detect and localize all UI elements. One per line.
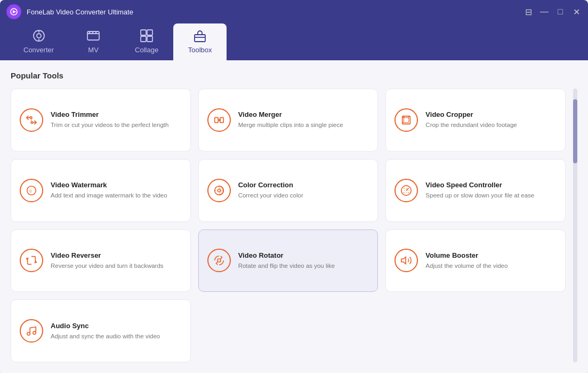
tab-collage-label: Collage [135, 46, 158, 54]
video-cropper-name: Video Cropper [425, 110, 557, 118]
video-cropper-desc: Crop the redundant video footage [425, 121, 557, 129]
video-merger-info: Video Merger Merge multiple clips into a… [238, 110, 369, 129]
video-watermark-desc: Add text and image watermark to the vide… [51, 191, 182, 200]
tools-grid: Video Trimmer Trim or cut your videos to… [11, 89, 570, 362]
svg-rect-14 [147, 36, 152, 42]
tool-video-speed-controller[interactable]: Video Speed Controller Speed up or slow … [385, 159, 566, 222]
tab-converter[interactable]: Converter [11, 23, 67, 60]
svg-point-38 [33, 331, 36, 335]
video-merger-name: Video Merger [238, 110, 369, 118]
nav-tabs: Converter MV Collage [0, 23, 588, 60]
video-reverser-name: Video Reverser [51, 251, 182, 259]
svg-rect-23 [404, 117, 409, 122]
tool-video-reverser[interactable]: Video Reverser Reverse your video and tu… [11, 229, 191, 292]
app-title: FoneLab Video Converter Ultimate [27, 8, 523, 16]
tool-color-correction[interactable]: Color Correction Correct your video colo… [198, 159, 378, 222]
video-cropper-info: Video Cropper Crop the redundant video f… [425, 110, 557, 129]
volume-booster-name: Volume Booster [425, 251, 557, 259]
svg-text:©: © [29, 188, 32, 193]
window-controls: ⊟ — □ ✕ [523, 6, 582, 17]
video-trimmer-icon [20, 108, 43, 132]
video-reverser-icon [20, 249, 43, 272]
video-trimmer-desc: Trim or cut your videos to the perfect l… [51, 121, 182, 129]
video-speed-controller-name: Video Speed Controller [425, 181, 557, 189]
svg-point-3 [37, 34, 41, 38]
video-speed-controller-info: Video Speed Controller Speed up or slow … [425, 181, 557, 200]
video-speed-controller-desc: Speed up or slow down your file at ease [425, 191, 557, 200]
tab-converter-label: Converter [23, 46, 54, 54]
svg-rect-20 [214, 117, 218, 122]
tools-area: Video Trimmer Trim or cut your videos to… [11, 89, 577, 362]
color-correction-info: Color Correction Correct your video colo… [238, 181, 369, 200]
svg-rect-12 [147, 30, 152, 35]
volume-booster-desc: Adjust the volume of the video [425, 261, 557, 270]
audio-sync-info: Audio Sync Adjust and sync the audio wit… [51, 322, 182, 340]
audio-sync-name: Audio Sync [51, 322, 182, 330]
video-watermark-name: Video Watermark [51, 181, 182, 189]
maximize-button[interactable]: □ [555, 6, 566, 17]
video-merger-icon [207, 108, 231, 132]
video-reverser-desc: Reverse your video and turn it backwards [51, 261, 182, 270]
tool-video-cropper[interactable]: Video Cropper Crop the redundant video f… [385, 89, 566, 152]
video-watermark-icon: © [20, 179, 43, 202]
video-merger-desc: Merge multiple clips into a single piece [238, 121, 369, 129]
color-correction-name: Color Correction [238, 181, 369, 189]
color-correction-desc: Correct your video color [238, 191, 369, 200]
tab-mv[interactable]: MV [67, 23, 120, 60]
tab-toolbox-label: Toolbox [188, 46, 212, 54]
svg-marker-1 [13, 10, 16, 13]
video-trimmer-name: Video Trimmer [51, 110, 182, 118]
video-watermark-info: Video Watermark Add text and image water… [51, 181, 182, 200]
video-reverser-info: Video Reverser Reverse your video and tu… [51, 251, 182, 270]
color-correction-icon [207, 179, 231, 202]
tab-toolbox[interactable]: Toolbox [173, 23, 227, 60]
video-rotator-desc: Rotate and flip the video as you like [238, 261, 369, 270]
volume-booster-icon [394, 249, 418, 272]
audio-sync-desc: Adjust and sync the audio with the video [51, 332, 182, 340]
video-rotator-icon [207, 249, 231, 272]
scrollbar-track[interactable] [573, 89, 577, 362]
svg-rect-11 [141, 30, 146, 35]
tab-collage[interactable]: Collage [120, 23, 173, 60]
tool-video-merger[interactable]: Video Merger Merge multiple clips into a… [198, 89, 378, 152]
svg-rect-13 [141, 36, 146, 42]
app-logo [6, 4, 21, 19]
svg-rect-36 [218, 259, 221, 263]
close-button[interactable]: ✕ [571, 6, 582, 17]
section-title: Popular Tools [11, 71, 577, 80]
video-trimmer-info: Video Trimmer Trim or cut your videos to… [51, 110, 182, 129]
svg-rect-15 [195, 35, 205, 42]
tool-video-trimmer[interactable]: Video Trimmer Trim or cut your videos to… [11, 89, 191, 152]
tab-mv-label: MV [88, 46, 99, 54]
svg-point-37 [27, 332, 30, 336]
tool-video-rotator[interactable]: Video Rotator Rotate and flip the video … [198, 229, 378, 292]
video-speed-controller-icon [394, 179, 418, 202]
tool-volume-booster[interactable]: Volume Booster Adjust the volume of the … [385, 229, 566, 292]
minimize-button[interactable]: — [539, 6, 550, 17]
subtitles-button[interactable]: ⊟ [523, 6, 534, 17]
video-cropper-icon [394, 108, 418, 132]
audio-sync-icon [20, 319, 43, 343]
tool-video-watermark[interactable]: © Video Watermark Add text and image wat… [11, 159, 191, 222]
video-rotator-info: Video Rotator Rotate and flip the video … [238, 251, 369, 270]
title-bar: FoneLab Video Converter Ultimate ⊟ — □ ✕ [0, 0, 588, 23]
volume-booster-info: Volume Booster Adjust the volume of the … [425, 251, 557, 270]
main-content: Popular Tools Video Tr [0, 60, 588, 373]
app-window: FoneLab Video Converter Ultimate ⊟ — □ ✕… [0, 0, 588, 373]
scrollbar-thumb[interactable] [573, 99, 577, 163]
video-rotator-name: Video Rotator [238, 251, 369, 259]
tool-audio-sync[interactable]: Audio Sync Adjust and sync the audio wit… [11, 299, 191, 362]
